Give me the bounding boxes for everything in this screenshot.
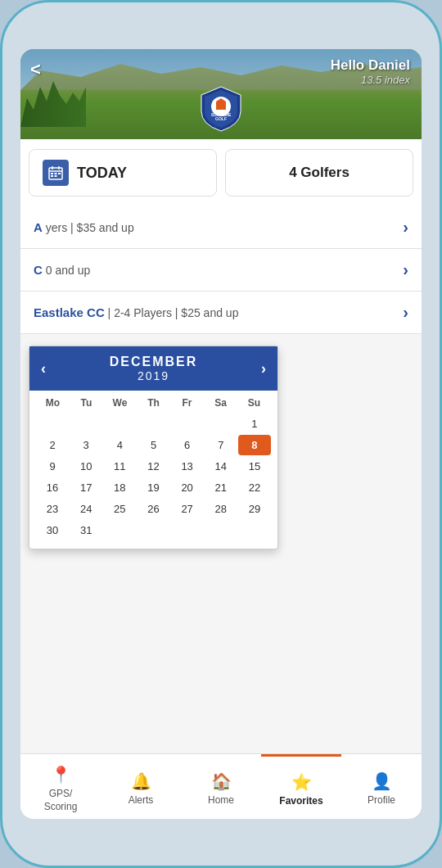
calendar-day[interactable]: 16 (36, 477, 69, 498)
app-container: < Hello Daniel 13.5 index SUPREME GOLF (20, 49, 422, 819)
svg-rect-7 (51, 173, 53, 174)
calendar-day[interactable]: 7 (205, 435, 237, 455)
calendar-day[interactable]: 2 (36, 435, 69, 455)
calendar-day[interactable]: 4 (103, 435, 136, 455)
result-item-1[interactable]: A yers | $35 and up › (20, 206, 422, 249)
calendar-day[interactable]: 5 (137, 435, 169, 455)
calendar-day[interactable]: 11 (103, 456, 136, 477)
calendar-day (70, 414, 102, 434)
calendar-day[interactable]: 9 (36, 456, 69, 477)
action-buttons-row: TODAY 4 Golfers (20, 139, 422, 206)
calendar-day[interactable]: 27 (171, 499, 204, 519)
calendar-day[interactable]: 20 (171, 477, 204, 498)
calendar-day[interactable]: 25 (103, 499, 136, 519)
greeting-section: Hello Daniel 13.5 index (331, 57, 410, 86)
result-arrow-3: › (403, 303, 408, 322)
calendar-icon (43, 160, 69, 186)
result-name-1: A (34, 220, 43, 234)
nav-item-gps[interactable]: 📍GPS/ Scoring (20, 754, 101, 819)
calendar-dow-tu: Tu (70, 396, 103, 410)
calendar-day (36, 414, 69, 434)
calendar-day[interactable]: 13 (171, 456, 204, 477)
gps-label: GPS/ Scoring (44, 788, 78, 813)
calendar-day[interactable]: 17 (70, 477, 102, 498)
svg-rect-10 (51, 175, 53, 177)
bottom-navigation: 📍GPS/ Scoring🔔Alerts🏠Home⭐Favorites👤Prof… (20, 753, 422, 819)
calendar-day[interactable]: 6 (171, 435, 204, 455)
calendar-grid: MoTuWeThFrSaSu 1234567891011121314151617… (29, 391, 277, 549)
calendar-day (205, 414, 237, 434)
calendar-day[interactable]: 24 (70, 499, 102, 519)
calendar-days-grid: 1234567891011121314151617181920212223242… (36, 414, 271, 540)
cal-next-button[interactable]: › (261, 360, 266, 377)
calendar-day[interactable]: 18 (103, 477, 136, 498)
calendar-day[interactable]: 29 (238, 499, 271, 519)
calendar-day[interactable]: 26 (137, 499, 169, 519)
calendar-dow-th: Th (137, 396, 170, 410)
today-button[interactable]: TODAY (29, 149, 217, 197)
calendar-day[interactable]: 23 (36, 499, 69, 519)
calendar-dow-row: MoTuWeThFrSaSu (36, 396, 271, 410)
gps-icon: 📍 (51, 765, 71, 784)
calendar-day (238, 520, 271, 540)
result-details-3: | 2-4 Players | $25 and up (108, 306, 239, 319)
calendar-header: ‹ DECEMBER 2019 › (29, 346, 277, 391)
svg-rect-8 (55, 173, 57, 174)
home-label: Home (208, 794, 234, 807)
calendar-day[interactable]: 10 (70, 456, 102, 477)
result-item-3[interactable]: Eastlake CC | 2-4 Players | $25 and up › (20, 292, 422, 334)
nav-item-alerts[interactable]: 🔔Alerts (101, 754, 181, 819)
calendar-dow-fr: Fr (170, 396, 204, 410)
result-name-3: Eastlake CC (34, 305, 105, 319)
greeting-name: Hello Daniel (331, 57, 410, 74)
calendar-day (103, 520, 136, 540)
calendar-day[interactable]: 3 (70, 435, 102, 455)
svg-rect-11 (55, 175, 57, 177)
calendar-dow-we: We (103, 396, 137, 410)
result-details-1: yers | $35 and up (46, 221, 134, 234)
calendar-day[interactable]: 22 (238, 477, 271, 498)
result-arrow-1: › (403, 218, 408, 237)
calendar-day (137, 414, 169, 434)
phone-frame: < Hello Daniel 13.5 index SUPREME GOLF (0, 0, 442, 868)
back-button[interactable]: < (30, 59, 41, 80)
calendar-day[interactable]: 21 (205, 477, 237, 498)
calendar-day[interactable]: 31 (70, 520, 102, 540)
calendar-day[interactable]: 28 (205, 499, 237, 519)
calendar-day (171, 414, 204, 434)
nav-item-home[interactable]: 🏠Home (181, 754, 261, 819)
calendar-popup[interactable]: ‹ DECEMBER 2019 › MoTuWeThFrSaSu 1234567… (29, 346, 278, 549)
profile-label: Profile (368, 794, 395, 807)
calendar-day[interactable]: 8 (238, 435, 271, 455)
alerts-icon: 🔔 (131, 771, 151, 791)
favorites-label: Favorites (279, 795, 322, 808)
greeting-index: 13.5 index (331, 74, 410, 86)
calendar-day[interactable]: 14 (205, 456, 237, 477)
cal-prev-button[interactable]: ‹ (41, 360, 46, 377)
svg-rect-9 (58, 173, 61, 174)
calendar-day (171, 520, 204, 540)
golfers-button[interactable]: 4 Golfers (225, 149, 413, 197)
result-details-2: 0 and up (46, 264, 91, 277)
calendar-day[interactable]: 19 (137, 477, 169, 498)
header: < Hello Daniel 13.5 index SUPREME GOLF (20, 49, 422, 139)
calendar-day[interactable]: 12 (137, 456, 169, 477)
alerts-label: Alerts (129, 794, 154, 807)
nav-item-profile[interactable]: 👤Profile (341, 754, 422, 819)
calendar-day[interactable]: 1 (238, 414, 271, 434)
calendar-month: DECEMBER (110, 355, 198, 369)
content-area: A yers | $35 and up › C 0 and up › Eastl… (20, 206, 422, 753)
calendar-dow-mo: Mo (36, 396, 70, 410)
nav-item-favorites[interactable]: ⭐Favorites (261, 754, 341, 819)
calendar-day[interactable]: 30 (36, 520, 69, 540)
profile-icon: 👤 (372, 771, 392, 791)
calendar-day (103, 414, 136, 434)
svg-text:GOLF: GOLF (215, 116, 227, 121)
result-arrow-2: › (403, 260, 408, 279)
home-icon: 🏠 (211, 771, 232, 791)
calendar-day (205, 520, 237, 540)
calendar-year: 2019 (110, 369, 198, 382)
calendar-month-year: DECEMBER 2019 (110, 355, 198, 382)
result-item-2[interactable]: C 0 and up › (20, 249, 422, 292)
calendar-day[interactable]: 15 (238, 456, 271, 477)
